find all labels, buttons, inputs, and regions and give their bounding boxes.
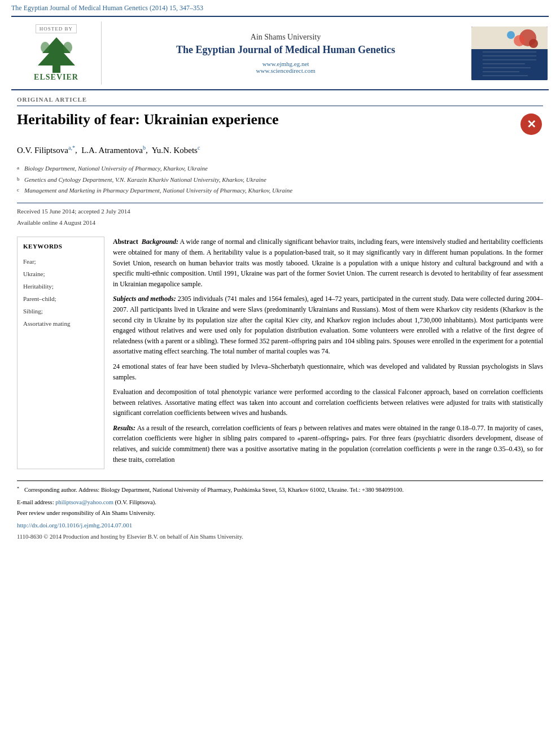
keyword-1: Fear; [23, 255, 98, 268]
journal-title-header: The Egyptian Journal of Medical Human Ge… [176, 44, 395, 56]
journal-website2[interactable]: www.sciencedirect.com [256, 67, 316, 74]
doi-link[interactable]: http://dx.doi.org/10.1016/j.ejmhg.2014.0… [17, 522, 132, 528]
svg-point-3 [63, 42, 72, 53]
keyword-6: Assortative mating [23, 317, 98, 330]
affiliation-1: a Biology Department, National Universit… [17, 164, 543, 174]
background-label: Background: [142, 238, 178, 246]
author2-sup: b [143, 145, 146, 151]
methods-label: Subjects and methods: [113, 295, 176, 303]
affiliation-3: c Management and Marketing in Pharmacy D… [17, 186, 543, 196]
hosted-by-label: HOSTED BY [36, 24, 77, 33]
svg-point-8 [529, 39, 538, 48]
header-center: Ain Shams University The Egyptian Journa… [102, 21, 470, 85]
abstract-para3: Evaluation and decomposition of total ph… [113, 387, 543, 418]
affiliations: a Biology Department, National Universit… [17, 164, 543, 196]
journal-cover-image [471, 27, 548, 80]
elsevier-brand: ELSEVIER [34, 73, 78, 82]
header-right [470, 21, 549, 85]
article-type-label: ORIGINAL ARTICLE [17, 96, 543, 106]
article-title: Heritability of fear: Ukrainian experien… [17, 111, 515, 128]
elsevier-tree-icon [31, 36, 82, 73]
footnote-sup: * [17, 486, 21, 495]
email-label: E-mail address: [17, 499, 54, 505]
abstract-body: Abstract Background: A wide range of nor… [113, 237, 543, 469]
available-date: Available online 4 August 2014 [17, 217, 543, 229]
author2-name: L.A. Atramentova [81, 146, 143, 155]
email-link[interactable]: philiptsova@yahoo.com [55, 499, 113, 505]
journal-links: www.ejmhg.eg.net www.sciencedirect.com [256, 60, 316, 74]
crossmark-badge[interactable]: ✕ [520, 113, 543, 136]
svg-point-2 [41, 42, 50, 53]
footnote-text: Corresponding author. Address: Biology D… [24, 486, 404, 495]
keywords-list: Fear; Ukraine; Heritability; Parent–chil… [23, 255, 98, 330]
affil3-sup: c [17, 186, 23, 196]
main-body: KEYWORDS Fear; Ukraine; Heritability; Pa… [17, 237, 543, 469]
journal-website1[interactable]: www.ejmhg.eg.net [256, 60, 316, 67]
header-image [471, 27, 548, 80]
results-label: Results: [113, 424, 135, 432]
received-date: Received 15 June 2014; accepted 2 July 2… [17, 206, 543, 217]
header-left: HOSTED BY ELSEVIER [11, 21, 102, 85]
keyword-3: Heritability; [23, 280, 98, 292]
crossmark-icon[interactable]: ✕ [520, 113, 542, 135]
peer-review-text: Peer review under responsibility of Ain … [17, 509, 543, 518]
email-suffix: (O.V. Filiptsova). [115, 499, 156, 505]
footnote-main: * Corresponding author. Address: Biology… [17, 486, 543, 495]
copyright-text: 1110-8630 © 2014 Production and hosting … [17, 532, 543, 541]
results-text: As a result of the research, correlation… [113, 424, 543, 464]
abstract-background: Abstract Background: A wide range of nor… [113, 237, 543, 289]
affil2-sup: b [17, 175, 23, 185]
dates-section: Received 15 June 2014; accepted 2 July 2… [17, 206, 543, 229]
abstract-para2: 24 emotional states of fear have been st… [113, 361, 543, 382]
article-title-row: Heritability of fear: Ukrainian experien… [17, 111, 543, 136]
elsevier-logo: ELSEVIER [31, 36, 82, 82]
keyword-4: Parent–child; [23, 292, 98, 305]
top-bar: The Egyptian Journal of Medical Human Ge… [0, 0, 560, 16]
article-content: ORIGINAL ARTICLE Heritability of fear: U… [0, 90, 560, 553]
svg-point-7 [514, 35, 525, 46]
footnote-email: E-mail address: philiptsova@yahoo.com (O… [17, 498, 543, 507]
keyword-2: Ukraine; [23, 268, 98, 280]
journal-citation-link[interactable]: The Egyptian Journal of Medical Human Ge… [11, 4, 203, 12]
author3-sup: c [198, 145, 200, 151]
abstract-label: Abstract [113, 238, 138, 246]
author1-name: O.V. Filiptsova [17, 146, 68, 155]
author1-sup: a,* [68, 145, 75, 151]
journal-header: HOSTED BY ELSEVIER Ain Shams University … [11, 16, 549, 90]
keywords-box: KEYWORDS Fear; Ukraine; Heritability; Pa… [17, 237, 104, 469]
keywords-title: KEYWORDS [23, 243, 98, 250]
author3-name: Yu.N. Kobets [152, 146, 198, 155]
affil1-text: Biology Department, National University … [24, 164, 208, 174]
methods-text: 2305 individuals (741 males and 1564 fem… [113, 295, 543, 355]
svg-point-9 [507, 31, 515, 39]
affiliation-2: b Genetics and Cytology Department, V.N.… [17, 175, 543, 185]
divider [17, 203, 543, 203]
abstract-results: Results: As a result of the research, co… [113, 423, 543, 465]
abstract-methods: Subjects and methods: 2305 individuals (… [113, 294, 543, 357]
affil1-sup: a [17, 164, 23, 174]
keyword-5: Sibling; [23, 305, 98, 317]
authors-line: O.V. Filiptsovaa,*, L.A. Atramentovab, Y… [17, 145, 543, 155]
affil3-text: Management and Marketing in Pharmacy Dep… [24, 186, 292, 196]
doi-section: http://dx.doi.org/10.1016/j.ejmhg.2014.0… [17, 521, 543, 530]
affil2-text: Genetics and Cytology Department, V.N. K… [24, 175, 266, 185]
footnote-section: * Corresponding author. Address: Biology… [17, 480, 543, 541]
university-name: Ain Shams University [251, 33, 321, 42]
